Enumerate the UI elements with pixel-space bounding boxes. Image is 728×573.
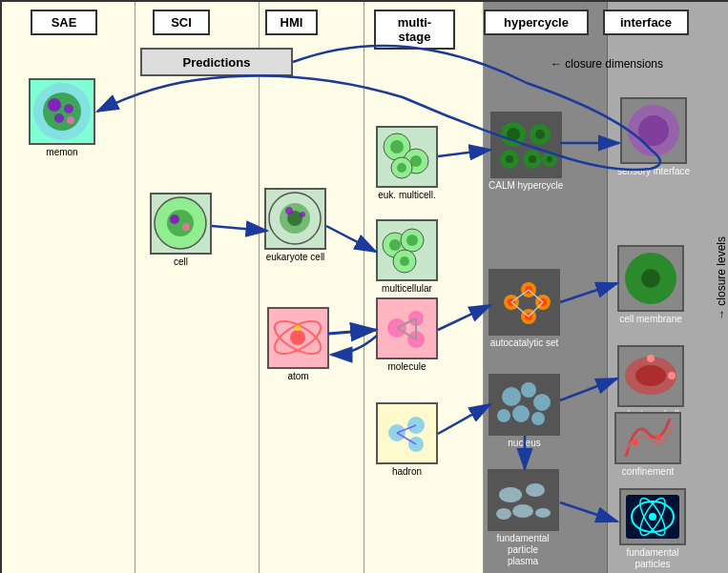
svg-point-64 — [502, 387, 521, 406]
multicellular-image — [376, 219, 438, 281]
euk-multicell-image — [376, 126, 438, 188]
cell-entity: cell — [150, 193, 212, 268]
nucleus-image — [489, 374, 560, 436]
multicellular-label: multicellular — [382, 283, 432, 295]
svg-point-82 — [668, 372, 676, 379]
svg-point-8 — [170, 215, 179, 224]
svg-point-30 — [295, 325, 301, 331]
svg-point-14 — [300, 212, 305, 217]
svg-point-71 — [526, 483, 545, 497]
header-interface: interface — [603, 10, 689, 35]
molecule-image — [376, 297, 438, 359]
svg-point-7 — [167, 210, 194, 236]
svg-point-65 — [521, 382, 536, 398]
atom-image — [267, 307, 329, 369]
svg-point-45 — [535, 130, 545, 139]
svg-point-70 — [499, 487, 522, 502]
svg-point-16 — [390, 140, 404, 153]
confinement-image — [614, 412, 681, 464]
main-container: SAE SCI HMI multi-stage hypercycle inter… — [0, 0, 728, 573]
header-hypercycle: hypercycle — [484, 10, 589, 35]
svg-point-67 — [512, 405, 530, 422]
header-sci: SCI — [153, 10, 210, 35]
autocatalytic-set-entity: autocatalytic set — [489, 269, 560, 349]
hadron-image — [376, 402, 438, 464]
sensory-interface-label: sensory interface — [617, 166, 690, 177]
multicellular-entity: multicellular — [376, 219, 438, 295]
svg-point-89 — [649, 513, 656, 521]
svg-point-49 — [529, 155, 536, 163]
cell-label: cell — [174, 256, 188, 268]
calm-hypercycle-image — [490, 112, 562, 178]
fundamental-particle-plasma-image — [488, 469, 559, 531]
header-hmi: HMI — [265, 10, 318, 35]
autocatalytic-set-label: autocatalytic set — [490, 338, 559, 349]
fundamental-particle-plasma-label: fundamentalparticleplasma — [485, 533, 561, 567]
confinement-entity: confinement — [614, 412, 681, 478]
svg-point-73 — [496, 508, 511, 520]
hadron-entity: hadron — [376, 402, 438, 478]
svg-point-20 — [397, 163, 406, 173]
header-sae: SAE — [31, 10, 97, 35]
svg-point-74 — [535, 508, 551, 518]
svg-point-3 — [64, 104, 73, 113]
cell-membrane-image — [617, 245, 684, 312]
atom-entity: atom — [267, 307, 329, 382]
svg-point-43 — [507, 128, 520, 141]
svg-point-47 — [506, 155, 513, 163]
svg-point-83 — [633, 440, 638, 445]
predictions-box: Predictions — [140, 48, 293, 76]
nucleus-entity: nucleus — [489, 374, 560, 449]
svg-point-72 — [512, 504, 533, 518]
svg-point-76 — [638, 115, 669, 146]
svg-point-66 — [533, 394, 551, 411]
closure-dimensions-label: ← closure dimensions — [484, 57, 728, 71]
svg-point-4 — [54, 113, 64, 123]
confinement-label: confinement — [622, 466, 674, 478]
svg-point-13 — [285, 207, 293, 215]
svg-point-80 — [635, 365, 666, 386]
fundamental-particles-entity: fundamentalparticles — [614, 488, 691, 570]
svg-point-51 — [547, 156, 552, 162]
col-hmi — [260, 2, 364, 573]
euk-multicell-label: euk. multicell. — [378, 190, 436, 201]
fundamental-particles-image — [619, 488, 686, 545]
eukaryote-cell-image — [264, 188, 326, 250]
svg-point-9 — [182, 223, 190, 231]
molecule-label: molecule — [387, 361, 426, 373]
eukaryote-cell-entity: eukaryote cell — [264, 188, 326, 263]
eukaryote-cell-label: eukaryote cell — [266, 252, 325, 263]
col-sci — [135, 2, 260, 573]
electron-shell-image — [617, 345, 684, 407]
fundamental-particles-label: fundamentalparticles — [614, 547, 691, 570]
svg-point-5 — [67, 116, 74, 124]
svg-point-1 — [43, 92, 81, 131]
svg-point-26 — [400, 256, 409, 266]
closure-levels-label: → closure levels — [715, 193, 728, 364]
header-multistage: multi-stage — [374, 10, 455, 50]
fundamental-particle-plasma-entity: fundamentalparticleplasma — [485, 469, 561, 567]
svg-point-2 — [48, 98, 61, 112]
euk-multicell-entity: euk. multicell. — [376, 126, 438, 201]
svg-point-81 — [647, 355, 655, 362]
cell-image — [150, 193, 212, 255]
svg-point-68 — [531, 412, 545, 425]
cell-membrane-entity: cell membrane — [617, 245, 684, 325]
memon-entity: memon — [29, 78, 95, 158]
svg-point-24 — [406, 235, 418, 246]
autocatalytic-set-image — [489, 269, 560, 336]
atom-label: atom — [287, 371, 308, 382]
sensory-interface-entity: sensory interface — [617, 97, 690, 177]
sensory-interface-image — [620, 97, 687, 164]
memon-label: memon — [46, 147, 77, 158]
nucleus-label: nucleus — [508, 438, 540, 449]
svg-point-78 — [641, 269, 660, 288]
hadron-label: hadron — [392, 466, 422, 478]
molecule-entity: molecule — [376, 297, 438, 373]
calm-hypercycle-entity: CALM hypercycle — [489, 112, 563, 192]
svg-point-29 — [290, 330, 305, 345]
svg-point-69 — [497, 409, 510, 422]
memon-image — [29, 78, 95, 145]
cell-membrane-label: cell membrane — [619, 314, 682, 325]
svg-point-84 — [655, 435, 661, 440]
